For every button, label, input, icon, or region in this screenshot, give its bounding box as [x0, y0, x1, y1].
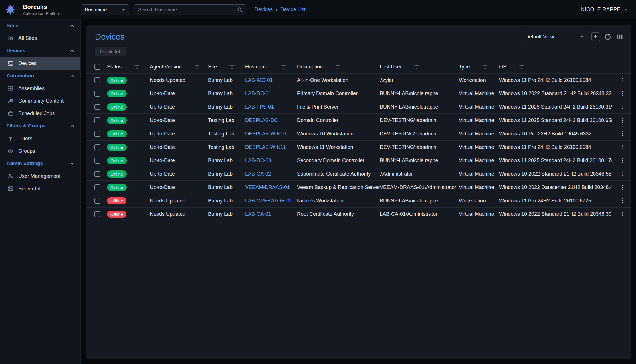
breadcrumb-device-list[interactable]: Device List — [280, 7, 306, 13]
row-menu-icon[interactable] — [619, 130, 626, 137]
search-icon[interactable] — [237, 7, 243, 13]
filter-icon[interactable] — [335, 64, 341, 70]
row-menu-icon[interactable] — [619, 77, 626, 84]
description-cell: Nicole's Workstation — [297, 198, 380, 204]
view-select[interactable]: Default View — [521, 31, 587, 42]
scheduled-jobs-icon — [7, 110, 14, 117]
sort-desc-icon[interactable] — [124, 64, 130, 70]
row-menu-icon[interactable] — [619, 157, 626, 164]
last-user-cell: DEV-TESTING\labadmin — [380, 131, 459, 137]
row-select-cell — [94, 198, 107, 204]
row-menu-icon[interactable] — [619, 103, 626, 110]
site-cell: Bunny Lab — [208, 104, 245, 110]
status-badge: Online — [107, 117, 127, 124]
sidebar-section-admin-settings[interactable]: Admin Settings — [0, 157, 80, 170]
filter-icon[interactable] — [482, 64, 488, 70]
hostname-link[interactable]: VEEAM-DRAAS-01 — [245, 184, 290, 190]
row-checkbox[interactable] — [94, 104, 100, 110]
search-field-dropdown[interactable]: Hostname — [81, 4, 129, 15]
row-menu-icon[interactable] — [619, 90, 626, 97]
columns-icon[interactable] — [616, 33, 623, 41]
sidebar-item-groups[interactable]: Groups — [0, 145, 80, 157]
sidebar-item-assemblies[interactable]: Assemblies — [0, 82, 80, 95]
row-checkbox[interactable] — [94, 117, 100, 123]
add-view-button[interactable]: + — [591, 32, 600, 41]
main-content: Devices Default View + Quick Job StatusA… — [81, 19, 636, 364]
filter-icon[interactable] — [194, 64, 200, 70]
row-checkbox[interactable] — [94, 171, 100, 177]
hostname-cell: DEEPLAB-WIN11 — [245, 144, 297, 150]
sidebar-item-scheduled-jobs[interactable]: Scheduled Jobs — [0, 107, 80, 120]
hostname-link[interactable]: DEEPLAB-WIN10 — [245, 131, 286, 137]
hostname-link[interactable]: LAB-CA-02 — [245, 171, 271, 177]
row-menu-icon[interactable] — [619, 197, 626, 204]
row-checkbox[interactable] — [94, 158, 100, 164]
user-menu[interactable]: NICOLE RAPPE — [581, 7, 629, 13]
row-menu-icon[interactable] — [619, 211, 626, 217]
hostname-link[interactable]: LAB-FPS-01 — [245, 104, 274, 110]
column-header-agent[interactable]: Agent Version — [150, 64, 208, 70]
row-menu-icon[interactable] — [619, 170, 626, 177]
column-header-os[interactable]: OS — [499, 64, 612, 70]
os-text: Windows 11 Pro 24H2 Build 26100.6584 — [499, 77, 591, 83]
row-checkbox[interactable] — [94, 91, 100, 97]
row-checkbox[interactable] — [94, 131, 100, 137]
sidebar-item-user-management[interactable]: User Management — [0, 170, 80, 182]
hostname-link[interactable]: LAB-DC-01 — [245, 91, 271, 97]
os-text: Windows 11 2025 Standard 24H2 Build 2610… — [499, 158, 612, 164]
row-menu-icon[interactable] — [619, 117, 626, 124]
filter-icon[interactable] — [229, 64, 235, 70]
breadcrumb-devices[interactable]: Devices — [255, 7, 273, 13]
search-box — [134, 4, 246, 15]
row-checkbox[interactable] — [94, 211, 100, 217]
row-actions-cell — [612, 130, 628, 137]
hostname-link[interactable]: LAB-AIO-01 — [245, 77, 273, 83]
refresh-icon[interactable] — [604, 33, 612, 41]
breadcrumb-separator: › — [276, 6, 278, 13]
status-badge: Online — [107, 77, 127, 84]
sidebar-section-filters-groups[interactable]: Filters & Groups — [0, 120, 80, 132]
sidebar-item-filters[interactable]: Filters — [0, 132, 80, 145]
sidebar-section-label: Admin Settings — [7, 161, 43, 166]
brand[interactable]: Borealis Automation Platform — [0, 2, 81, 17]
row-checkbox[interactable] — [94, 184, 100, 190]
agent-version-text: Up-to-Date — [150, 158, 175, 164]
column-header-hostname[interactable]: Hostname — [245, 64, 297, 70]
row-select-cell — [94, 211, 107, 217]
hostname-link[interactable]: LAB-DC-03 — [245, 158, 271, 164]
column-header-status[interactable]: Status — [107, 64, 150, 70]
quick-job-button[interactable]: Quick Job — [95, 47, 126, 56]
select-all-checkbox[interactable] — [94, 64, 100, 70]
row-checkbox[interactable] — [94, 144, 100, 150]
sidebar-section-automation[interactable]: Automation — [0, 70, 80, 82]
hostname-link[interactable]: DEEPLAB-WIN11 — [245, 144, 286, 150]
site-cell: Bunny Lab — [208, 184, 245, 190]
sidebar-section-devices[interactable]: Devices — [0, 44, 80, 57]
filter-icon[interactable] — [518, 64, 525, 70]
sidebar-item-devices[interactable]: Devices — [0, 57, 80, 70]
status-badge: Online — [107, 130, 127, 137]
sidebar-item-community-content[interactable]: Community Content — [0, 95, 80, 107]
row-select-cell — [94, 91, 107, 97]
row-menu-icon[interactable] — [619, 144, 626, 151]
hostname-link[interactable]: LAB-CA-01 — [245, 211, 271, 217]
filter-icon[interactable] — [414, 64, 420, 70]
hostname-link[interactable]: LAB-OPERATOR-01 — [245, 198, 292, 204]
column-label: Status — [107, 64, 122, 70]
row-checkbox[interactable] — [94, 198, 100, 204]
row-checkbox[interactable] — [94, 77, 100, 83]
sidebar-section-sites[interactable]: Sites — [0, 19, 80, 32]
filter-icon[interactable] — [134, 64, 140, 70]
column-header-user[interactable]: Last User — [380, 64, 459, 70]
filter-icon[interactable] — [280, 64, 287, 70]
column-header-site[interactable]: Site — [208, 64, 245, 70]
column-header-type[interactable]: Type — [459, 64, 499, 70]
sidebar-nav: SitesAll SitesDevicesDevicesAutomationAs… — [0, 19, 80, 195]
chevron-up-icon — [69, 48, 75, 54]
hostname-link[interactable]: DEEPLAB-DC — [245, 117, 278, 123]
row-menu-icon[interactable] — [619, 184, 626, 191]
sidebar-item-all-sites[interactable]: All Sites — [0, 32, 80, 44]
column-header-desc[interactable]: Description — [297, 64, 380, 70]
search-input[interactable] — [138, 7, 237, 13]
sidebar-item-server-info[interactable]: Server Info — [0, 182, 80, 195]
